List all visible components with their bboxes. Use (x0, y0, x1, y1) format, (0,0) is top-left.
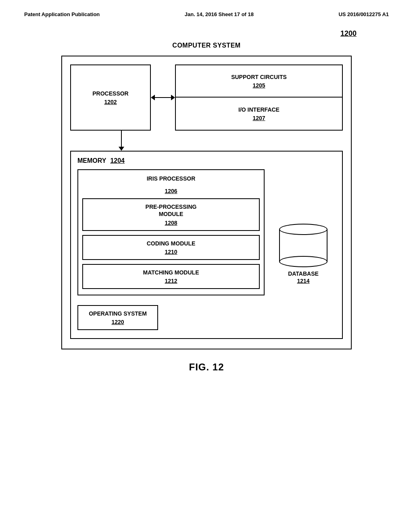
database-number: 1214 (297, 278, 309, 284)
support-circuits-number: 1205 (252, 82, 265, 89)
io-interface-box: I/O INTERFACE 1207 (176, 98, 342, 130)
memory-header: MEMORY 1204 (77, 157, 336, 164)
header-middle: Jan. 14, 2016 Sheet 17 of 18 (185, 11, 254, 17)
memory-number: 1204 (110, 157, 125, 164)
v-double-arrow (119, 131, 124, 151)
memory-box: MEMORY 1204 IRIS PROCESSOR 1206 PRE-PROC… (70, 151, 343, 339)
operating-system-label: OPERATING SYSTEM (89, 310, 147, 317)
pre-processing-label: PRE-PROCESSINGMODULE (146, 203, 197, 218)
io-interface-label: I/O INTERFACE (238, 106, 280, 113)
operating-system-box: OPERATING SYSTEM 1220 (77, 305, 158, 330)
coding-module-box: CODING MODULE 1210 (82, 235, 260, 260)
coding-module-number: 1210 (165, 249, 177, 255)
diagram-title: COMPUTER SYSTEM (172, 42, 240, 49)
iris-processor-label: IRIS PROCESSOR (82, 175, 260, 182)
top-row: PROCESSOR 1202 SUPPORT CIRCUITS 1205 I/O… (70, 64, 343, 131)
arrow-head-left (151, 95, 155, 100)
cylinder-bottom (279, 256, 327, 267)
matching-module-number: 1212 (165, 278, 177, 284)
database-container: DATABASE 1214 (271, 169, 336, 330)
database-cylinder (279, 224, 327, 267)
h-arrow-line (155, 97, 171, 98)
iris-processor-number: 1206 (82, 188, 260, 194)
processor-number: 1202 (104, 99, 117, 105)
support-circuits-label: SUPPORT CIRCUITS (231, 73, 287, 81)
matching-module-label: MATCHING MODULE (143, 269, 199, 276)
v-arrow-container (70, 131, 343, 151)
main-box: PROCESSOR 1202 SUPPORT CIRCUITS 1205 I/O… (61, 56, 352, 349)
processor-box: PROCESSOR 1202 (70, 64, 151, 131)
ref-number-1200: 1200 (340, 29, 357, 38)
v-arrow-line (121, 131, 122, 147)
h-arrow-container (151, 64, 175, 131)
pre-processing-box: PRE-PROCESSINGMODULE 1208 (82, 198, 260, 231)
fig-label: FIG. 12 (189, 362, 224, 373)
database-label: DATABASE (288, 270, 319, 277)
arrow-head-right (171, 95, 175, 100)
processor-label: PROCESSOR (92, 90, 128, 97)
header-left: Patent Application Publication (24, 11, 100, 17)
memory-content: IRIS PROCESSOR 1206 PRE-PROCESSINGMODULE… (77, 169, 336, 330)
operating-system-number: 1220 (111, 319, 124, 325)
iris-processor-box: IRIS PROCESSOR 1206 PRE-PROCESSINGMODULE… (77, 169, 265, 295)
arrow-head-down (119, 147, 124, 151)
left-modules: IRIS PROCESSOR 1206 PRE-PROCESSINGMODULE… (77, 169, 265, 330)
coding-module-label: CODING MODULE (147, 240, 196, 247)
pre-processing-number: 1208 (165, 220, 177, 226)
right-col: SUPPORT CIRCUITS 1205 I/O INTERFACE 1207 (175, 64, 343, 131)
support-circuits-box: SUPPORT CIRCUITS 1205 (176, 65, 342, 98)
header-right: US 2016/0012275 A1 (338, 11, 389, 17)
cylinder-top (279, 224, 327, 235)
matching-module-box: MATCHING MODULE 1212 (82, 264, 260, 289)
memory-label: MEMORY (77, 157, 106, 164)
io-interface-number: 1207 (252, 115, 265, 121)
h-double-arrow (151, 95, 175, 100)
